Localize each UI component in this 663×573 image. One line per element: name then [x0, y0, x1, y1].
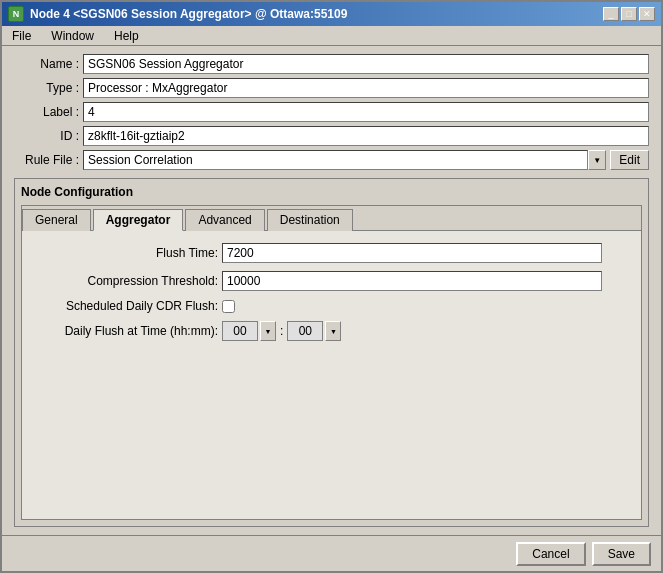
- tab-advanced[interactable]: Advanced: [185, 209, 264, 231]
- time-colon: :: [278, 324, 285, 338]
- tab-content: Flush Time: Compression Threshold: Sched…: [22, 231, 641, 519]
- tabs-container: General Aggregator Advanced Destination …: [21, 205, 642, 520]
- scheduled-flush-checkbox[interactable]: [222, 300, 235, 313]
- compression-threshold-row: Compression Threshold:: [38, 271, 625, 291]
- hour-display: 00: [222, 321, 258, 341]
- title-bar: N Node 4 <SGSN06 Session Aggregator> @ O…: [2, 2, 661, 26]
- tab-destination[interactable]: Destination: [267, 209, 353, 231]
- menu-help[interactable]: Help: [108, 27, 145, 45]
- save-button[interactable]: Save: [592, 542, 651, 566]
- minute-dropdown-btn[interactable]: ▼: [325, 321, 341, 341]
- id-field[interactable]: [83, 126, 649, 146]
- cancel-button[interactable]: Cancel: [516, 542, 585, 566]
- tab-general[interactable]: General: [22, 209, 91, 231]
- rule-file-label: Rule File :: [14, 153, 79, 167]
- rule-select-wrap: ▼: [83, 150, 606, 170]
- window-title: Node 4 <SGSN06 Session Aggregator> @ Ott…: [30, 7, 347, 21]
- label-label: Label :: [14, 105, 79, 119]
- scheduled-flush-row: Scheduled Daily CDR Flush:: [38, 299, 625, 313]
- label-row: Label :: [14, 102, 649, 122]
- close-button[interactable]: ✕: [639, 7, 655, 21]
- rule-file-dropdown-btn[interactable]: ▼: [588, 150, 606, 170]
- bottom-bar: Cancel Save: [2, 535, 661, 571]
- scheduled-flush-label: Scheduled Daily CDR Flush:: [38, 299, 218, 313]
- id-row: ID :: [14, 126, 649, 146]
- name-row: Name :: [14, 54, 649, 74]
- menu-bar: File Window Help: [2, 26, 661, 46]
- edit-button[interactable]: Edit: [610, 150, 649, 170]
- menu-window[interactable]: Window: [45, 27, 100, 45]
- minute-display: 00: [287, 321, 323, 341]
- rule-file-row: Rule File : ▼ Edit: [14, 150, 649, 170]
- flush-time-field[interactable]: [222, 243, 602, 263]
- hour-dropdown-btn[interactable]: ▼: [260, 321, 276, 341]
- window-icon: N: [8, 6, 24, 22]
- type-row: Type :: [14, 78, 649, 98]
- daily-flush-label: Daily Flush at Time (hh:mm):: [38, 324, 218, 338]
- main-window: N Node 4 <SGSN06 Session Aggregator> @ O…: [0, 0, 663, 573]
- menu-file[interactable]: File: [6, 27, 37, 45]
- name-label: Name :: [14, 57, 79, 71]
- maximize-button[interactable]: □: [621, 7, 637, 21]
- rule-file-field[interactable]: [83, 150, 588, 170]
- section-title: Node Configuration: [21, 185, 642, 199]
- compression-threshold-field[interactable]: [222, 271, 602, 291]
- name-field[interactable]: [83, 54, 649, 74]
- title-bar-left: N Node 4 <SGSN06 Session Aggregator> @ O…: [8, 6, 347, 22]
- type-label: Type :: [14, 81, 79, 95]
- minimize-button[interactable]: _: [603, 7, 619, 21]
- flush-time-label: Flush Time:: [38, 246, 218, 260]
- compression-threshold-label: Compression Threshold:: [38, 274, 218, 288]
- type-field[interactable]: [83, 78, 649, 98]
- title-buttons: _ □ ✕: [603, 7, 655, 21]
- tab-aggregator[interactable]: Aggregator: [93, 209, 184, 231]
- main-content: Name : Type : Label : ID : Rule File : ▼…: [2, 46, 661, 535]
- flush-time-row: Flush Time:: [38, 243, 625, 263]
- daily-flush-row: Daily Flush at Time (hh:mm): 00 ▼ : 00 ▼: [38, 321, 625, 341]
- id-label: ID :: [14, 129, 79, 143]
- label-field[interactable]: [83, 102, 649, 122]
- time-row: 00 ▼ : 00 ▼: [222, 321, 341, 341]
- node-config-section: Node Configuration General Aggregator Ad…: [14, 178, 649, 527]
- tab-bar: General Aggregator Advanced Destination: [22, 206, 641, 231]
